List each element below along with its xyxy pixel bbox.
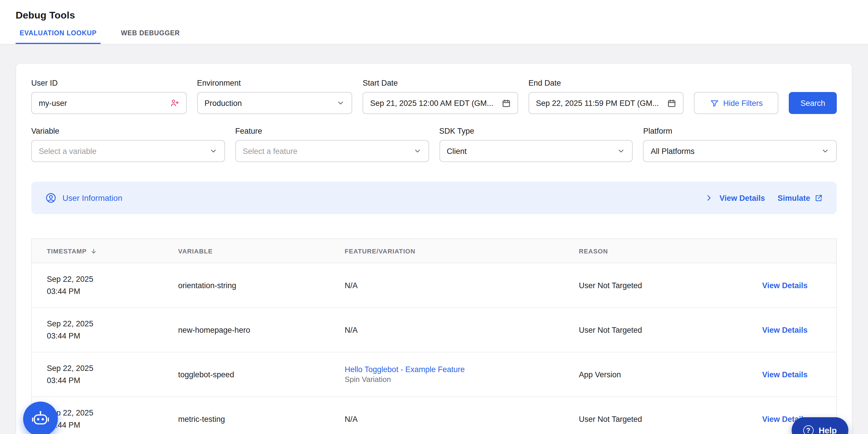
chevron-down-icon	[337, 99, 345, 107]
user-id-label: User ID	[31, 79, 186, 87]
row-view-details-link[interactable]: View Details	[762, 281, 808, 290]
feature-cell: N/A	[330, 325, 564, 334]
feature-select[interactable]: Select a feature	[235, 140, 429, 162]
sdk-type-label: SDK Type	[439, 127, 633, 136]
feature-cell: N/A	[330, 415, 564, 423]
filter-row-2: Variable Select a variable Feature Selec…	[31, 127, 837, 162]
feature-link[interactable]: Hello Togglebot - Example Feature	[345, 365, 558, 374]
environment-select[interactable]: Production	[197, 92, 352, 114]
page-header: Debug Tools EVALUATION LOOKUP WEB DEBUGG…	[0, 0, 868, 45]
variable-cell: togglebot-speed	[163, 370, 330, 379]
feature-field-group: Feature Select a feature	[235, 127, 429, 162]
platform-value: All Platforms	[651, 147, 817, 155]
start-date-value: Sep 21, 2025 12:00 AM EDT (GM...	[370, 99, 497, 107]
feature-placeholder: Select a feature	[243, 147, 409, 155]
table-row: Sep 22, 202503:44 PM new-homepage-hero N…	[32, 308, 836, 352]
platform-label: Platform	[643, 127, 837, 136]
row-view-details-link[interactable]: View Details	[762, 370, 808, 379]
external-link-icon	[814, 194, 823, 202]
chevron-down-icon	[617, 147, 625, 155]
user-id-input[interactable]	[39, 99, 165, 107]
user-information-title: User Information	[62, 193, 122, 203]
search-button[interactable]: Search	[789, 92, 837, 114]
sdk-type-select[interactable]: Client	[439, 140, 633, 162]
robot-icon	[31, 409, 50, 429]
tab-web-debugger[interactable]: WEB DEBUGGER	[117, 30, 184, 44]
variable-cell: metric-testing	[163, 415, 330, 423]
simulate-link[interactable]: Simulate	[777, 194, 823, 202]
row-view-details-link[interactable]: View Details	[762, 325, 808, 334]
column-header-feature-variation: FEATURE/VARIATION	[330, 248, 564, 254]
togglebot-button[interactable]	[23, 402, 58, 434]
tab-evaluation-lookup[interactable]: EVALUATION LOOKUP	[16, 30, 101, 44]
end-date-input[interactable]: Sep 22, 2025 11:59 PM EDT (GM...	[528, 92, 684, 114]
column-header-timestamp[interactable]: TIMESTAMP	[32, 248, 163, 254]
variable-placeholder: Select a variable	[39, 147, 205, 155]
end-date-field-group: End Date Sep 22, 2025 11:59 PM EDT (GM..…	[528, 79, 684, 114]
environment-field-group: Environment Production	[197, 79, 352, 114]
simulate-label: Simulate	[777, 194, 810, 202]
chevron-down-icon	[209, 147, 217, 155]
end-date-label: End Date	[528, 79, 684, 87]
table-row: Sep 22, 202503:44 PM metric-testing N/A …	[32, 397, 836, 434]
user-information-actions: View Details Simulate	[704, 193, 823, 203]
tab-bar: EVALUATION LOOKUP WEB DEBUGGER	[0, 30, 868, 44]
feature-cell: Hello Togglebot - Example Feature Spin V…	[330, 365, 564, 384]
feature-cell: N/A	[330, 281, 564, 290]
reason-cell: App Version	[564, 370, 747, 379]
reason-cell: User Not Targeted	[564, 325, 747, 334]
user-circle-icon	[45, 192, 57, 204]
platform-select[interactable]: All Platforms	[643, 140, 837, 162]
start-date-input[interactable]: Sep 21, 2025 12:00 AM EDT (GM...	[363, 92, 518, 114]
reason-cell: User Not Targeted	[564, 281, 747, 290]
feature-label: Feature	[235, 127, 429, 136]
evaluations-table: TIMESTAMP VARIABLE FEATURE/VARIATION REA…	[31, 238, 837, 434]
variation-label: Spin Variation	[345, 375, 558, 384]
debug-tools-page: Debug Tools EVALUATION LOOKUP WEB DEBUGG…	[0, 0, 868, 434]
user-info-view-details-link[interactable]: View Details	[719, 194, 765, 202]
sdk-type-field-group: SDK Type Client	[439, 127, 633, 162]
column-header-reason: REASON	[564, 248, 747, 254]
platform-field-group: Platform All Platforms	[643, 127, 837, 162]
environment-value: Production	[205, 99, 332, 107]
timestamp-cell: Sep 22, 202503:44 PM	[32, 362, 163, 386]
calendar-icon[interactable]	[668, 99, 676, 107]
timestamp-header-label: TIMESTAMP	[47, 248, 87, 254]
reason-cell: User Not Targeted	[564, 415, 747, 423]
start-date-label: Start Date	[363, 79, 518, 87]
end-date-value: Sep 22, 2025 11:59 PM EDT (GM...	[536, 99, 663, 107]
timestamp-cell: Sep 22, 202503:44 PM	[32, 318, 163, 342]
variable-select[interactable]: Select a variable	[31, 140, 225, 162]
question-mark-icon: ?	[803, 425, 813, 434]
filter-funnel-icon	[710, 99, 718, 107]
hide-filters-button[interactable]: Hide Filters	[694, 92, 779, 114]
user-id-input-wrap	[31, 92, 186, 114]
user-id-field-group: User ID	[31, 79, 186, 114]
evaluation-lookup-card: User ID Environment Production	[16, 63, 852, 434]
sdk-type-value: Client	[447, 147, 613, 155]
filter-row-1: User ID Environment Production	[31, 79, 837, 114]
environment-label: Environment	[197, 79, 352, 87]
start-date-field-group: Start Date Sep 21, 2025 12:00 AM EDT (GM…	[363, 79, 518, 114]
user-information-bar[interactable]: User Information View Details Simulate	[31, 182, 837, 214]
chevron-down-icon	[821, 147, 829, 155]
hide-filters-label: Hide Filters	[723, 99, 763, 107]
page-title: Debug Tools	[0, 0, 868, 21]
table-row: Sep 22, 202503:44 PM orientation-string …	[32, 263, 836, 308]
help-label: Help	[818, 426, 837, 434]
table-row: Sep 22, 202503:44 PM togglebot-speed Hel…	[32, 352, 836, 397]
timestamp-cell: Sep 22, 202503:44 PM	[32, 273, 163, 297]
main-content: User ID Environment Production	[0, 45, 868, 434]
variable-label: Variable	[31, 127, 225, 136]
chevron-right-icon[interactable]	[704, 193, 714, 203]
sort-descending-icon[interactable]	[90, 248, 97, 254]
help-button[interactable]: ? Help	[792, 417, 848, 434]
user-information-header: User Information	[45, 192, 122, 204]
table-header-row: TIMESTAMP VARIABLE FEATURE/VARIATION REA…	[32, 239, 836, 263]
impersonate-user-icon[interactable]	[170, 98, 179, 108]
column-header-variable: VARIABLE	[163, 248, 330, 254]
variable-cell: orientation-string	[163, 281, 330, 290]
calendar-icon[interactable]	[502, 99, 510, 107]
chevron-down-icon	[413, 147, 421, 155]
variable-field-group: Variable Select a variable	[31, 127, 225, 162]
